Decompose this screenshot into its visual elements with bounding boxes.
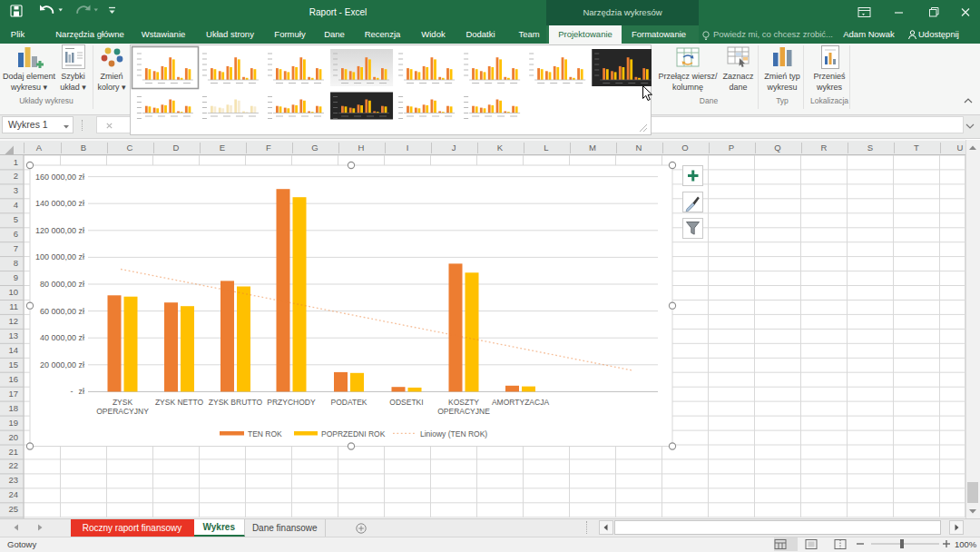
svg-text:20 000,00 zł: 20 000,00 zł: [40, 360, 84, 369]
svg-text:40 000,00 zł: 40 000,00 zł: [40, 333, 84, 342]
svg-text:140 000,00 zł: 140 000,00 zł: [35, 199, 84, 208]
svg-text:ZYSK NETTO: ZYSK NETTO: [155, 397, 204, 406]
svg-text:-: -: [71, 387, 74, 396]
svg-text:POPRZEDNI ROK: POPRZEDNI ROK: [321, 429, 386, 439]
svg-text:ZYSK: ZYSK: [113, 397, 133, 406]
svg-text:ODSETKI: ODSETKI: [389, 397, 423, 406]
svg-text:80 000,00 zł: 80 000,00 zł: [40, 280, 84, 289]
svg-text:PODATEK: PODATEK: [331, 397, 368, 406]
svg-text:Liniowy (TEN ROK): Liniowy (TEN ROK): [420, 429, 487, 439]
svg-text:OPERACYJNE: OPERACYJNE: [437, 407, 490, 416]
svg-text:TEN ROK: TEN ROK: [248, 429, 282, 439]
svg-text:KOSZTY: KOSZTY: [448, 397, 479, 406]
svg-text:AMORTYZACJA: AMORTYZACJA: [492, 397, 549, 406]
svg-text:100 000,00 zł: 100 000,00 zł: [35, 252, 84, 261]
svg-text:120 000,00 zł: 120 000,00 zł: [35, 225, 84, 234]
svg-text:60 000,00 zł: 60 000,00 zł: [40, 306, 84, 315]
svg-text:zł: zł: [79, 387, 85, 396]
svg-text:OPERACYJNY: OPERACYJNY: [96, 407, 149, 416]
svg-text:ZYSK BRUTTO: ZYSK BRUTTO: [209, 397, 263, 406]
svg-text:PRZYCHODY: PRZYCHODY: [267, 397, 316, 406]
svg-text:160 000,00 zł: 160 000,00 zł: [35, 172, 84, 181]
